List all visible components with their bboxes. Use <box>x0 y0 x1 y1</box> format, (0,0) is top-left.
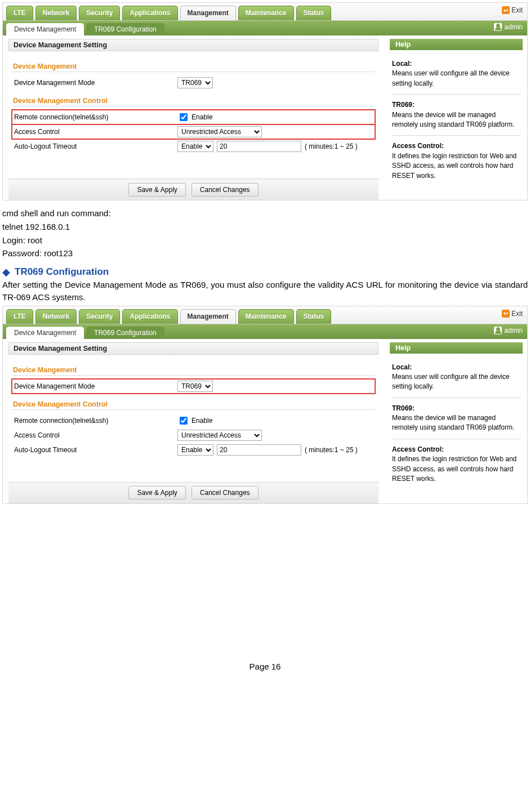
cancel-changes-button[interactable]: Cancel Changes <box>191 183 259 197</box>
tab-security[interactable]: Security <box>79 6 120 20</box>
exit-icon: ↩ <box>502 6 510 14</box>
label-auto-logout: Auto-Logout Timeout <box>14 446 177 454</box>
current-user: admin <box>494 23 523 31</box>
row-device-management-mode: Device Management Mode TR069 <box>12 75 375 90</box>
row-remote-connection: Remote connection(telnet&ssh) Enable <box>12 110 375 124</box>
checkbox-remote-enable[interactable] <box>180 113 188 121</box>
label-auto-logout: Auto-Logout Timeout <box>14 142 177 150</box>
tab-status[interactable]: Status <box>296 6 332 20</box>
label-remote: Remote connection(telnet&ssh) <box>14 417 177 425</box>
tab-network[interactable]: Network <box>35 309 77 324</box>
heading-tr069-configuration: TR069 Configuration <box>15 266 109 278</box>
primary-tabbar: LTENetworkSecurityApplicationsManagement… <box>3 3 527 21</box>
label-access: Access Control <box>14 431 177 439</box>
user-icon <box>494 327 502 334</box>
text-password: Password: root123 <box>2 247 528 260</box>
input-auto-logout-minutes[interactable] <box>217 141 301 152</box>
secondary-tabbar: Device Management TR069 Configuration ad… <box>3 21 527 35</box>
exit-icon: ↩ <box>502 310 510 318</box>
text-telnet: telnet 192.168.0.1 <box>2 221 528 233</box>
help-sidebar: Help Local: Means user will configure al… <box>384 339 527 503</box>
help-title: Help <box>390 39 523 50</box>
row-remote-connection: Remote connection(telnet&ssh) Enable <box>12 413 375 428</box>
cancel-changes-button[interactable]: Cancel Changes <box>191 486 259 499</box>
row-device-management-mode: Device Management Mode TR069 <box>12 379 375 394</box>
panel-title: Device Management Setting <box>8 39 378 51</box>
hint-minutes-range: ( minutes:1 ~ 25 ) <box>305 142 358 150</box>
help-local-text: Means user will configure all the device… <box>392 69 510 87</box>
current-user: admin <box>494 327 523 334</box>
label-mode: Device Management Mode <box>14 79 177 87</box>
help-local-head: Local: <box>392 59 520 69</box>
help-tr069-head: TR069: <box>392 100 520 110</box>
section-device-management: Device Mangement <box>12 58 375 72</box>
tab-applications[interactable]: Applications <box>122 309 177 324</box>
help-access-head: Access Control: <box>392 445 520 454</box>
select-mode[interactable]: TR069 <box>177 77 213 88</box>
row-access-control: Access Control Unrestricted Access <box>12 124 375 139</box>
section-device-management: Device Mangement <box>12 362 375 376</box>
button-row: Save & Apply Cancel Changes <box>8 179 378 200</box>
select-access-control[interactable]: Unrestricted Access <box>177 126 262 137</box>
select-auto-logout-enable[interactable]: Enable <box>177 444 213 456</box>
label-mode: Device Management Mode <box>14 382 177 390</box>
checkbox-remote-enable[interactable] <box>180 417 188 425</box>
select-auto-logout-enable[interactable]: Enable <box>177 141 213 152</box>
label-remote: Remote connection(telnet&ssh) <box>14 113 177 121</box>
router-ui-panel-1: LTENetworkSecurityApplicationsManagement… <box>2 2 528 200</box>
tab-security[interactable]: Security <box>79 309 120 324</box>
secondary-tabbar: Device Management TR069 Configuration ad… <box>3 324 527 339</box>
tab-applications[interactable]: Applications <box>122 6 177 20</box>
primary-tabbar: LTENetworkSecurityApplicationsManagement… <box>3 306 527 324</box>
tab-maintenance[interactable]: Maintenance <box>238 6 294 20</box>
router-ui-panel-2: LTENetworkSecurityApplicationsManagement… <box>2 306 528 504</box>
panel-title: Device Management Setting <box>8 342 378 355</box>
text-cmd-shell: cmd shell and run command: <box>2 207 528 220</box>
select-access-control[interactable]: Unrestricted Access <box>177 430 262 441</box>
help-access-text: It defines the login restriction for Web… <box>392 152 516 180</box>
hint-minutes-range: ( minutes:1 ~ 25 ) <box>305 446 358 454</box>
section-device-management-control: Device Management Control <box>12 396 375 410</box>
tab-management[interactable]: Management <box>180 6 236 20</box>
diamond-bullet-icon: ◆ <box>2 267 10 277</box>
tab-device-management[interactable]: Device Management <box>6 23 84 35</box>
label-enable: Enable <box>191 417 212 425</box>
tab-maintenance[interactable]: Maintenance <box>238 309 294 324</box>
save-apply-button[interactable]: Save & Apply <box>128 183 185 197</box>
help-access-text: It defines the login restriction for Web… <box>392 455 516 483</box>
tab-management[interactable]: Management <box>180 309 236 324</box>
user-icon <box>494 23 502 31</box>
help-tr069-head: TR069: <box>392 404 520 413</box>
help-sidebar: Help Local: Means user will configure al… <box>384 35 527 200</box>
row-auto-logout: Auto-Logout Timeout Enable ( minutes:1 ~… <box>12 443 375 457</box>
exit-link[interactable]: ↩ Exit <box>502 310 523 318</box>
text-login: Login: root <box>2 234 528 247</box>
help-tr069-text: Means the device will be managed remotel… <box>392 414 514 431</box>
label-access: Access Control <box>14 128 177 136</box>
save-apply-button[interactable]: Save & Apply <box>128 486 185 499</box>
help-access-head: Access Control: <box>392 141 520 151</box>
select-mode[interactable]: TR069 <box>177 381 213 392</box>
tab-network[interactable]: Network <box>35 6 77 20</box>
input-auto-logout-minutes[interactable] <box>217 444 301 456</box>
page-number: Page 16 <box>2 662 528 671</box>
tab-lte[interactable]: LTE <box>6 309 33 324</box>
tab-lte[interactable]: LTE <box>6 6 33 20</box>
exit-label: Exit <box>511 6 523 14</box>
exit-link[interactable]: ↩ Exit <box>502 6 523 14</box>
row-auto-logout: Auto-Logout Timeout Enable ( minutes:1 ~… <box>12 139 375 154</box>
tab-tr069-configuration[interactable]: TR069 Configuration <box>86 327 164 339</box>
tab-status[interactable]: Status <box>296 309 332 324</box>
button-row: Save & Apply Cancel Changes <box>8 482 378 503</box>
label-enable: Enable <box>191 113 212 121</box>
row-access-control: Access Control Unrestricted Access <box>12 428 375 443</box>
paragraph-tr069: After setting the Device Management Mode… <box>2 279 528 304</box>
section-heading: ◆ TR069 Configuration <box>2 266 528 278</box>
help-local-head: Local: <box>392 363 520 372</box>
section-device-management-control: Device Management Control <box>12 92 375 106</box>
tab-tr069-configuration[interactable]: TR069 Configuration <box>86 23 164 35</box>
tab-device-management[interactable]: Device Management <box>6 327 84 339</box>
help-title: Help <box>390 342 523 354</box>
exit-label: Exit <box>511 310 523 318</box>
help-tr069-text: Means the device will be managed remotel… <box>392 111 514 128</box>
